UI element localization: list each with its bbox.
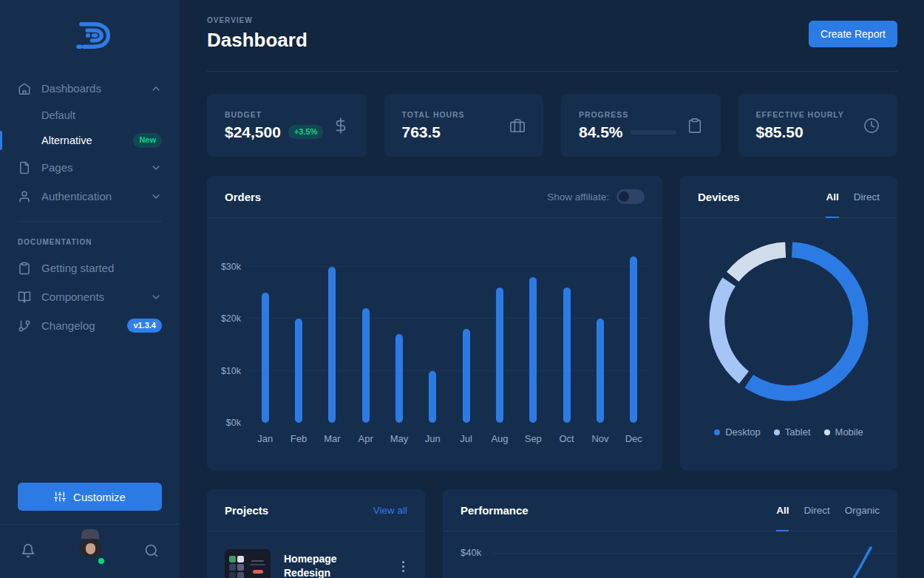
devices-tab-direct[interactable]: Direct [854, 176, 880, 217]
legend-item-desktop: Desktop [714, 426, 761, 438]
performance-tab-all[interactable]: All [776, 489, 789, 531]
online-status-dot [97, 557, 106, 565]
stat-label: PROGRESS [579, 110, 676, 119]
legend-dot [714, 429, 720, 435]
x-axis-tick-label: Oct [550, 433, 583, 444]
affiliate-toggle[interactable] [616, 189, 645, 204]
sidebar: DashboardsDefaultAlternativeNewPagesAuth… [0, 0, 180, 578]
performance-tabs: AllDirectOrganic [776, 489, 880, 531]
customize-button[interactable]: Customize [18, 483, 162, 511]
sidebar-item-label: Components [41, 290, 140, 303]
sidebar-item-label: Getting started [41, 262, 162, 274]
y-axis-tick-label: $10k [221, 366, 241, 376]
legend-dot [774, 429, 780, 435]
sidebar-item-alternative[interactable]: AlternativeNew [0, 128, 180, 153]
sidebar-item-getting-started[interactable]: Getting started [0, 254, 180, 282]
dollar-icon [333, 118, 349, 134]
chevron-up-icon [150, 83, 162, 95]
git-branch-icon [18, 319, 31, 333]
stat-value: $85.50 [756, 123, 804, 141]
legend-label: Tablet [785, 426, 811, 438]
home-icon [18, 82, 31, 95]
file-icon [18, 161, 31, 174]
bar-nov [583, 251, 616, 423]
header-divider [207, 71, 897, 72]
bar-mar [316, 251, 349, 423]
performance-card: Performance AllDirectOrganic $40k [443, 489, 897, 578]
x-axis-tick-label: Aug [483, 433, 516, 444]
stat-card-progress: PROGRESS84.5% [561, 94, 721, 157]
sidebar-item-dashboards[interactable]: Dashboards [0, 74, 180, 103]
bar-apr [349, 251, 382, 423]
chevron-down-icon [150, 191, 162, 203]
projects-card-title: Projects [225, 504, 268, 517]
chevron-down-icon [150, 162, 162, 174]
bar-dec [617, 251, 650, 423]
sidebar-footer [0, 524, 180, 578]
stats-row: BUDGET$24,500+3.5%TOTAL HOURS763.5PROGRE… [207, 94, 897, 157]
performance-card-title: Performance [461, 504, 529, 517]
project-list-item[interactable]: Homepage Redesign [207, 531, 425, 578]
sidebar-item-label: Alternative [41, 135, 123, 146]
sidebar-item-label: Default [41, 109, 162, 121]
devices-card-header: Devices AllDirect [680, 176, 897, 218]
bar-aug [483, 251, 516, 423]
stat-label: BUDGET [225, 110, 323, 119]
briefcase-icon [509, 118, 526, 134]
performance-tab-organic[interactable]: Organic [845, 489, 880, 531]
devices-tab-all[interactable]: All [826, 176, 838, 217]
project-thumbnail [225, 549, 271, 578]
x-axis-tick-label: May [382, 433, 415, 444]
orders-card-title: Orders [225, 191, 261, 203]
toggle-knob [619, 191, 629, 202]
sidebar-item-pages[interactable]: Pages [0, 153, 180, 182]
stat-label: EFFECTIVE HOURLY [756, 110, 844, 119]
sidebar-item-components[interactable]: Components [0, 282, 180, 311]
performance-card-header: Performance AllDirectOrganic [443, 489, 897, 531]
progress-bar [631, 130, 676, 135]
alternative-badge: New [133, 133, 162, 147]
legend-label: Desktop [725, 426, 761, 438]
bar-oct [550, 251, 583, 423]
stat-content: BUDGET$24,500+3.5% [225, 110, 323, 141]
sidebar-item-authentication[interactable]: Authentication [0, 182, 180, 211]
bell-icon[interactable] [21, 543, 35, 558]
page-header: OVERVIEW Dashboard Create Report [207, 16, 897, 52]
legend-item-mobile: Mobile [824, 426, 863, 438]
stat-card-total-hours: TOTAL HOURS763.5 [384, 94, 544, 157]
performance-gridline [493, 553, 897, 554]
app-logo[interactable] [0, 16, 180, 74]
bar-jul [449, 251, 483, 423]
x-axis-tick-label: Jan [248, 433, 282, 444]
book-open-icon [18, 290, 31, 304]
stat-value: 763.5 [402, 123, 441, 141]
donut-segment-tablet [706, 239, 872, 404]
search-icon[interactable] [144, 543, 159, 558]
clock-icon [863, 118, 880, 134]
bar-sep [517, 251, 550, 423]
create-report-button[interactable]: Create Report [809, 21, 897, 47]
x-axis-tick-label: Feb [282, 433, 315, 444]
project-title: Homepage Redesign [284, 552, 386, 578]
devices-donut-chart [680, 239, 897, 404]
orders-card-header: Orders Show affiliate: [207, 176, 662, 218]
view-all-link[interactable]: View all [373, 505, 407, 516]
affiliate-toggle-group: Show affiliate: [547, 189, 645, 204]
x-axis-tick-label: Mar [316, 433, 349, 444]
performance-chart: $40k [443, 531, 897, 578]
performance-line-series [851, 546, 880, 578]
performance-tab-direct[interactable]: Direct [804, 489, 829, 531]
orders-chart-y-axis: $0k$10k$20k$30k [207, 251, 248, 423]
sidebar-item-default[interactable]: Default [0, 103, 180, 128]
sidebar-nav: DashboardsDefaultAlternativeNewPagesAuth… [0, 74, 180, 211]
user-avatar[interactable] [76, 537, 104, 565]
x-axis-tick-label: Jul [449, 433, 483, 444]
stat-content: TOTAL HOURS763.5 [402, 110, 465, 141]
changelog-badge: v1.3.4 [127, 319, 162, 333]
sidebar-item-changelog[interactable]: Changelogv1.3.4 [0, 311, 180, 340]
kebab-menu-icon[interactable] [399, 558, 407, 575]
x-axis-tick-label: Nov [583, 433, 616, 444]
stat-card-budget: BUDGET$24,500+3.5% [207, 94, 367, 157]
legend-item-tablet: Tablet [774, 426, 811, 438]
stat-label: TOTAL HOURS [402, 110, 465, 119]
